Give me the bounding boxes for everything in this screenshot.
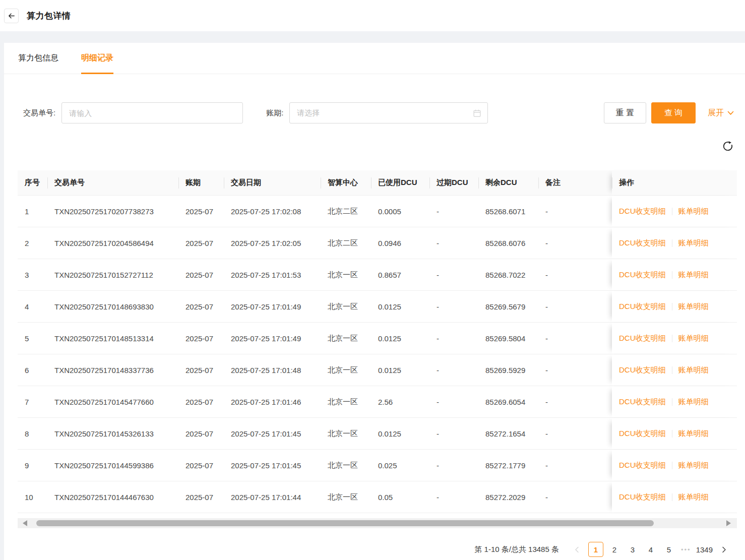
cell-compute-center: 北京一区: [321, 291, 371, 322]
scroll-left-arrow[interactable]: [23, 520, 27, 526]
dcu-detail-link[interactable]: DCU收支明细: [619, 492, 666, 502]
page-header: 算力包详情: [0, 0, 745, 31]
cell-transaction-no: TXN20250725170144467630: [47, 481, 178, 513]
page-button-3[interactable]: 3: [626, 542, 640, 557]
reset-button[interactable]: 重 置: [604, 102, 646, 123]
cell-billing-period: 2025-07: [178, 196, 224, 227]
page-button-5[interactable]: 5: [662, 542, 676, 557]
tab-detail-records[interactable]: 明细记录: [81, 43, 113, 74]
cell-actions: DCU收支明细 账单明细: [612, 481, 737, 513]
column-header-3: 交易日期: [224, 170, 321, 195]
dcu-detail-link[interactable]: DCU收支明细: [619, 302, 666, 312]
bill-detail-link[interactable]: 账单明细: [678, 429, 709, 439]
cell-remaining-dcu: 85269.5804: [478, 323, 538, 354]
cell-no: 3: [18, 259, 47, 290]
cell-expired-dcu: -: [429, 196, 478, 227]
dcu-detail-link[interactable]: DCU收支明细: [619, 207, 666, 216]
cell-used-dcu: 0.0125: [371, 418, 429, 449]
bill-detail-link[interactable]: 账单明细: [678, 397, 709, 407]
dcu-detail-link[interactable]: DCU收支明细: [619, 270, 666, 280]
page-button-1[interactable]: 1: [588, 542, 603, 557]
page-button-4[interactable]: 4: [644, 542, 658, 557]
billing-period-picker[interactable]: 请选择: [289, 102, 488, 123]
bill-detail-link[interactable]: 账单明细: [678, 461, 709, 470]
action-divider: [672, 493, 672, 501]
bill-detail-link[interactable]: 账单明细: [678, 492, 709, 502]
prev-page-button[interactable]: [570, 542, 584, 557]
cell-no: 8: [18, 418, 47, 449]
cell-transaction-no: TXN20250725170148337736: [47, 354, 178, 386]
cell-transaction-date: 2025-07-25 17:01:48: [224, 354, 321, 386]
arrow-left-icon: [7, 12, 16, 20]
filter-actions: 重 置 查 询 展开: [604, 102, 734, 123]
next-page-button[interactable]: [717, 542, 731, 557]
cell-remark: -: [538, 291, 612, 322]
pagination: 第 1-10 条/总共 13485 条 12345 ••• 1349: [4, 542, 745, 557]
dcu-detail-link[interactable]: DCU收支明细: [619, 365, 666, 375]
search-button[interactable]: 查 询: [651, 102, 696, 123]
bill-detail-link[interactable]: 账单明细: [678, 207, 709, 216]
bill-detail-link[interactable]: 账单明细: [678, 334, 709, 343]
table-toolbar: [4, 140, 734, 152]
cell-billing-period: 2025-07: [178, 450, 224, 481]
cell-compute-center: 北京一区: [321, 481, 371, 513]
cell-transaction-no: TXN20250725170144599386: [47, 450, 178, 481]
cell-remark: -: [538, 418, 612, 449]
cell-compute-center: 北京二区: [321, 227, 371, 259]
cell-compute-center: 北京一区: [321, 323, 371, 354]
dcu-detail-link[interactable]: DCU收支明细: [619, 334, 666, 343]
dcu-detail-link[interactable]: DCU收支明细: [619, 397, 666, 407]
scroll-right-arrow[interactable]: [726, 520, 731, 526]
column-header-5: 已使用DCU: [371, 170, 429, 195]
bill-detail-link[interactable]: 账单明细: [678, 365, 709, 375]
action-divider: [672, 398, 672, 406]
chevron-left-icon: [575, 546, 579, 553]
action-divider: [672, 335, 672, 342]
cell-no: 7: [18, 386, 47, 417]
table-body: 1 TXN20250725170207738273 2025-07 2025-0…: [18, 196, 737, 513]
back-button[interactable]: [4, 9, 19, 23]
cell-actions: DCU收支明细 账单明细: [612, 291, 737, 322]
page-button-2[interactable]: 2: [607, 542, 622, 557]
scrollbar-thumb[interactable]: [36, 520, 654, 526]
cell-no: 5: [18, 323, 47, 354]
cell-actions: DCU收支明细 账单明细: [612, 259, 737, 290]
records-table: 序号交易单号账期交易日期智算中心已使用DCU过期DCU剩余DCU备注操作 1 T…: [18, 170, 737, 528]
expand-label: 展开: [708, 108, 724, 118]
cell-expired-dcu: -: [429, 386, 478, 417]
cell-transaction-no: TXN20250725170145477660: [47, 386, 178, 417]
cell-compute-center: 北京二区: [321, 196, 371, 227]
content-card: 算力包信息 明细记录 交易单号: 账期: 请选择 重 置 查 询 展开: [4, 43, 745, 560]
cell-used-dcu: 0.0125: [371, 323, 429, 354]
cell-expired-dcu: -: [429, 291, 478, 322]
table-row: 7 TXN20250725170145477660 2025-07 2025-0…: [18, 386, 737, 418]
bill-detail-link[interactable]: 账单明细: [678, 270, 709, 280]
expand-toggle[interactable]: 展开: [708, 108, 734, 118]
cell-billing-period: 2025-07: [178, 418, 224, 449]
dcu-detail-link[interactable]: DCU收支明细: [619, 461, 666, 470]
dcu-detail-link[interactable]: DCU收支明细: [619, 429, 666, 439]
cell-expired-dcu: -: [429, 354, 478, 386]
transaction-no-input[interactable]: [61, 102, 243, 123]
cell-no: 4: [18, 291, 47, 322]
action-divider: [672, 366, 672, 374]
page-button-last[interactable]: 1349: [696, 542, 713, 557]
chevron-down-icon: [727, 111, 734, 115]
cell-remark: -: [538, 450, 612, 481]
cell-transaction-date: 2025-07-25 17:01:46: [224, 386, 321, 417]
table-row: 2 TXN20250725170204586494 2025-07 2025-0…: [18, 227, 737, 259]
horizontal-scrollbar[interactable]: [18, 518, 737, 528]
bill-detail-link[interactable]: 账单明细: [678, 302, 709, 312]
cell-billing-period: 2025-07: [178, 291, 224, 322]
cell-remark: -: [538, 323, 612, 354]
page-ellipsis[interactable]: •••: [681, 546, 691, 553]
cell-remaining-dcu: 85272.1654: [478, 418, 538, 449]
cell-transaction-no: TXN20250725170207738273: [47, 196, 178, 227]
cell-billing-period: 2025-07: [178, 481, 224, 513]
action-divider: [672, 430, 672, 438]
cell-no: 6: [18, 354, 47, 386]
dcu-detail-link[interactable]: DCU收支明细: [619, 238, 666, 248]
refresh-icon[interactable]: [722, 140, 734, 152]
bill-detail-link[interactable]: 账单明细: [678, 238, 709, 248]
tab-package-info[interactable]: 算力包信息: [18, 43, 58, 74]
